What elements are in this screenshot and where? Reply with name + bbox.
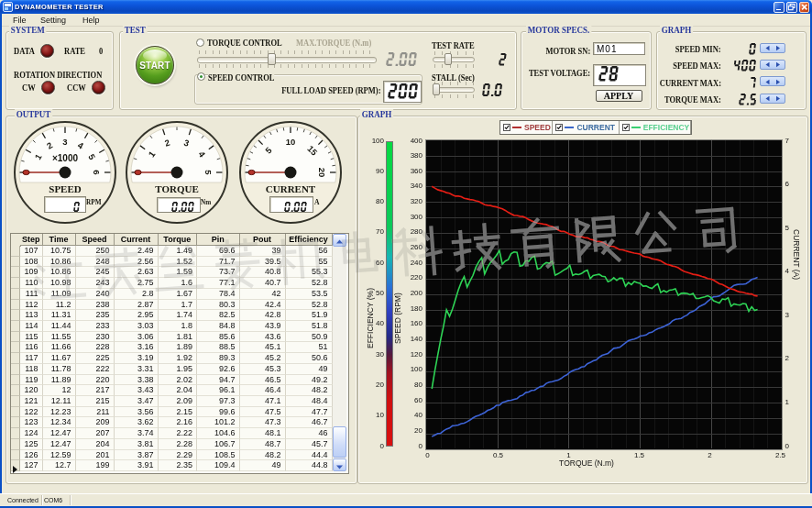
svg-text:6: 6 xyxy=(92,170,102,174)
svg-text:10: 10 xyxy=(286,137,296,147)
svg-text:5: 5 xyxy=(203,170,214,175)
svg-text:20: 20 xyxy=(317,168,327,178)
svg-text:3: 3 xyxy=(62,137,67,147)
